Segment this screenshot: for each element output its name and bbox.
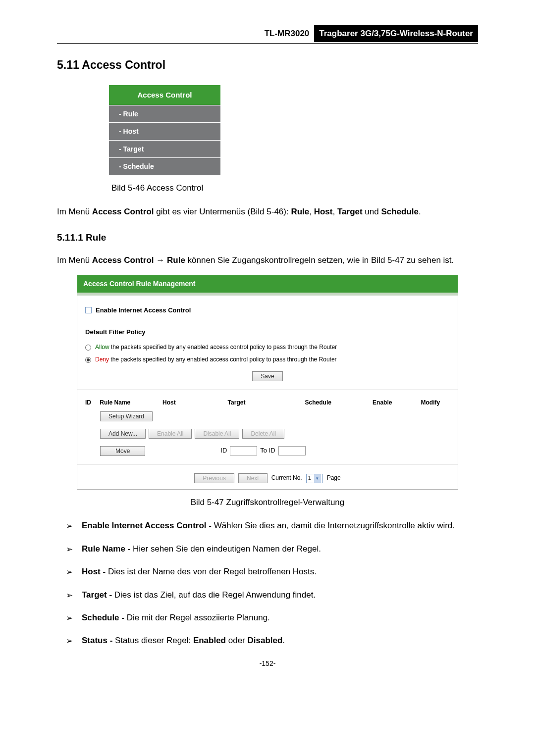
list-item: ➢ Rule Name - Hier sehen Sie den eindeut… — [57, 541, 478, 557]
save-button[interactable]: Save — [252, 371, 282, 381]
chevron-down-icon: ▾ — [314, 474, 321, 483]
col-schedule: Schedule — [305, 398, 373, 407]
list-item: ➢ Target - Dies ist das Ziel, auf das di… — [57, 587, 478, 603]
page-label: Page — [327, 473, 341, 483]
col-rule-name: Rule Name — [100, 398, 162, 407]
text-bold: Rule — [291, 207, 309, 216]
text-bold: Access Control → Rule — [92, 255, 185, 265]
bullet-icon: ➢ — [66, 587, 75, 603]
menu-item-schedule[interactable]: - Schedule — [109, 157, 220, 175]
menu-item-rule[interactable]: - Rule — [109, 105, 220, 122]
text: und — [363, 207, 381, 216]
text: . — [282, 636, 285, 645]
page-select[interactable]: 1 ▾ — [306, 474, 323, 483]
disable-all-button[interactable]: Disable All — [195, 429, 239, 439]
col-target: Target — [228, 398, 305, 407]
enable-all-button[interactable]: Enable All — [149, 429, 192, 439]
model-desc: Tragbarer 3G/3,75G-Wireless-N-Router — [314, 25, 478, 42]
list-item: ➢ Status - Status dieser Regel: Enabled … — [57, 633, 478, 649]
enable-access-control-row: Enable Internet Access Control — [85, 305, 450, 316]
screenshot-title: Access Control Rule Management — [77, 275, 458, 295]
rule-management-screenshot: Access Control Rule Management Enable In… — [77, 275, 458, 490]
text: können Sie Zugangskontrollregeln setzen,… — [185, 255, 454, 265]
deny-label: Deny the packets specified by any enable… — [95, 355, 337, 364]
divider — [77, 464, 458, 464]
paragraph-2: Im Menü Access Control → Rule können Sie… — [57, 252, 478, 269]
list-item: ➢ Enable Internet Access Control - Wähle… — [57, 518, 478, 534]
deny-policy-row: Deny the packets specified by any enable… — [85, 355, 450, 364]
text: Die mit der Regel assoziierte Planung. — [127, 613, 270, 622]
policy-title: Default Filter Policy — [85, 327, 450, 338]
next-button[interactable]: Next — [238, 473, 268, 483]
current-no-label: Current No. — [271, 473, 302, 483]
page-value: 1 — [308, 474, 311, 483]
text: Hier sehen Sie den eindeutigen Namen der… — [133, 544, 321, 554]
access-control-menu: Access Control - Rule - Host - Target - … — [109, 85, 220, 175]
allow-label: Allow the packets specified by any enabl… — [95, 343, 337, 352]
delete-all-button[interactable]: Delete All — [242, 429, 284, 439]
bullet-icon: ➢ — [66, 518, 75, 534]
text-bold: Enabled — [193, 636, 226, 645]
page-number: -152- — [57, 658, 478, 669]
setup-wizard-button[interactable]: Setup Wizard — [100, 411, 153, 421]
text: the packets specified by any enabled acc… — [109, 344, 337, 351]
menu-item-target[interactable]: - Target — [109, 140, 220, 157]
page-header: TL-MR3020 Tragbarer 3G/3,75G-Wireless-N-… — [57, 25, 478, 44]
text-bold: Rule Name - — [82, 544, 133, 554]
menu-header: Access Control — [109, 85, 220, 105]
pagination: Previous Next Current No. 1 ▾ Page — [85, 473, 450, 483]
section-title: 5.11 Access Control — [57, 56, 478, 74]
description-list: ➢ Enable Internet Access Control - Wähle… — [57, 518, 478, 649]
allow-keyword: Allow — [95, 344, 109, 351]
text: , — [332, 207, 337, 216]
text-bold: Target - — [82, 590, 114, 600]
text-bold: Enable Internet Access Control - — [82, 521, 214, 530]
id-label: ID — [220, 446, 227, 456]
text: Im Menü — [57, 207, 92, 216]
col-id: ID — [85, 398, 100, 407]
text: . — [419, 207, 421, 216]
text: the packets specified by any enabled acc… — [109, 356, 337, 363]
col-host: Host — [162, 398, 228, 407]
list-item: ➢ Host - Dies ist der Name des von der R… — [57, 564, 478, 580]
text-bold: Disabled — [247, 636, 282, 645]
bullet-icon: ➢ — [66, 564, 75, 580]
text: Wählen Sie dies an, damit die Internetzu… — [214, 521, 455, 530]
bullet-icon: ➢ — [66, 633, 75, 649]
allow-radio[interactable] — [85, 345, 91, 351]
paragraph-1: Im Menü Access Control gibt es vier Unte… — [57, 203, 478, 220]
enable-label: Enable Internet Access Control — [96, 305, 191, 316]
col-modify: Modify — [421, 398, 450, 407]
to-id-label: To ID — [260, 446, 275, 456]
deny-radio[interactable] — [85, 357, 91, 363]
figure-caption-46: Bild 5-46 Access Control — [111, 181, 478, 195]
text-bold: Host - — [82, 567, 108, 576]
text-bold: Host — [314, 207, 333, 216]
bullet-icon: ➢ — [66, 541, 75, 557]
rules-table-header: ID Rule Name Host Target Schedule Enable… — [85, 398, 450, 407]
previous-button[interactable]: Previous — [194, 473, 234, 483]
model-label: TL-MR3020 — [260, 25, 315, 42]
deny-keyword: Deny — [95, 356, 109, 363]
figure-caption-47: Bild 5-47 Zugriffskontrollregel-Verwaltu… — [57, 496, 478, 509]
text-bold: Schedule — [381, 207, 419, 216]
subsection-title: 5.11.1 Rule — [57, 230, 478, 245]
text-bold: Access Control — [92, 207, 154, 216]
text: Status dieser Regel: — [115, 636, 193, 645]
id-input[interactable] — [230, 446, 257, 455]
list-item: ➢ Schedule - Die mit der Regel assoziier… — [57, 610, 478, 626]
divider — [77, 390, 458, 390]
col-enable: Enable — [373, 398, 421, 407]
text: gibt es vier Untermenüs (Bild 5-46): — [154, 207, 291, 216]
text-bold: Schedule - — [82, 613, 127, 622]
to-id-input[interactable] — [278, 446, 306, 455]
text: Dies ist der Name des von der Regel betr… — [108, 567, 317, 576]
bullet-icon: ➢ — [66, 610, 75, 626]
enable-checkbox[interactable] — [85, 307, 92, 313]
text: Im Menü — [57, 255, 92, 265]
menu-item-host[interactable]: - Host — [109, 122, 220, 140]
text: Dies ist das Ziel, auf das die Regel Anw… — [114, 590, 316, 600]
add-new-button[interactable]: Add New... — [100, 429, 146, 439]
move-button[interactable]: Move — [100, 446, 145, 456]
allow-policy-row: Allow the packets specified by any enabl… — [85, 343, 450, 352]
